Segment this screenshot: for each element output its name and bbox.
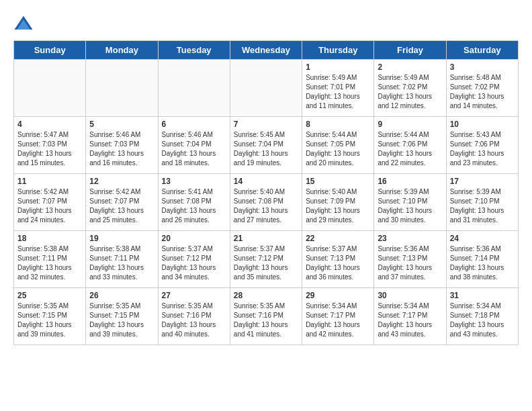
weekday-header-sunday: Sunday [14, 41, 86, 60]
calendar-cell: 14Sunrise: 5:40 AM Sunset: 7:08 PM Dayli… [230, 174, 302, 231]
calendar-cell: 30Sunrise: 5:34 AM Sunset: 7:17 PM Dayli… [374, 288, 446, 345]
calendar-cell: 25Sunrise: 5:35 AM Sunset: 7:15 PM Dayli… [14, 288, 86, 345]
day-number: 10 [450, 120, 515, 129]
day-info: Sunrise: 5:37 AM Sunset: 7:12 PM Dayligh… [162, 244, 226, 282]
calendar-cell: 3Sunrise: 5:48 AM Sunset: 7:02 PM Daylig… [446, 60, 518, 117]
day-number: 6 [162, 120, 226, 129]
weekday-header-tuesday: Tuesday [158, 41, 230, 60]
day-info: Sunrise: 5:40 AM Sunset: 7:09 PM Dayligh… [306, 187, 370, 225]
day-info: Sunrise: 5:38 AM Sunset: 7:11 PM Dayligh… [89, 244, 154, 282]
day-info: Sunrise: 5:42 AM Sunset: 7:07 PM Dayligh… [17, 187, 82, 225]
day-number: 27 [162, 291, 226, 300]
day-number: 19 [89, 234, 154, 243]
calendar-cell: 8Sunrise: 5:44 AM Sunset: 7:05 PM Daylig… [302, 117, 374, 174]
week-row-4: 18Sunrise: 5:38 AM Sunset: 7:11 PM Dayli… [14, 231, 519, 288]
weekday-header-thursday: Thursday [302, 41, 374, 60]
calendar-cell [230, 60, 302, 117]
day-number: 22 [306, 234, 370, 243]
day-number: 8 [306, 120, 370, 129]
day-number: 7 [234, 120, 298, 129]
calendar-cell [158, 60, 230, 117]
day-number: 23 [378, 234, 442, 243]
day-number: 25 [17, 291, 82, 300]
day-info: Sunrise: 5:35 AM Sunset: 7:16 PM Dayligh… [162, 302, 226, 339]
day-number: 24 [450, 234, 515, 243]
day-number: 16 [378, 177, 442, 186]
day-info: Sunrise: 5:47 AM Sunset: 7:03 PM Dayligh… [17, 130, 82, 168]
day-info: Sunrise: 5:37 AM Sunset: 7:12 PM Dayligh… [234, 244, 298, 282]
calendar-cell [14, 60, 86, 117]
day-number: 18 [17, 234, 82, 243]
day-number: 20 [162, 234, 226, 243]
calendar-cell: 23Sunrise: 5:36 AM Sunset: 7:13 PM Dayli… [374, 231, 446, 288]
day-number: 9 [378, 120, 442, 129]
day-number: 29 [306, 291, 370, 300]
day-info: Sunrise: 5:44 AM Sunset: 7:06 PM Dayligh… [378, 130, 442, 168]
day-info: Sunrise: 5:36 AM Sunset: 7:14 PM Dayligh… [450, 244, 515, 282]
day-info: Sunrise: 5:40 AM Sunset: 7:08 PM Dayligh… [234, 187, 298, 225]
calendar-cell: 18Sunrise: 5:38 AM Sunset: 7:11 PM Dayli… [14, 231, 86, 288]
calendar-cell: 16Sunrise: 5:39 AM Sunset: 7:10 PM Dayli… [374, 174, 446, 231]
calendar-cell: 19Sunrise: 5:38 AM Sunset: 7:11 PM Dayli… [86, 231, 158, 288]
weekday-header-saturday: Saturday [446, 41, 518, 60]
day-info: Sunrise: 5:35 AM Sunset: 7:15 PM Dayligh… [17, 302, 82, 339]
calendar-cell: 21Sunrise: 5:37 AM Sunset: 7:12 PM Dayli… [230, 231, 302, 288]
calendar-cell: 31Sunrise: 5:34 AM Sunset: 7:18 PM Dayli… [446, 288, 518, 345]
day-number: 26 [89, 291, 154, 300]
weekday-header-row: SundayMondayTuesdayWednesdayThursdayFrid… [14, 41, 519, 60]
day-number: 21 [234, 234, 298, 243]
day-number: 4 [17, 120, 82, 129]
calendar-cell: 2Sunrise: 5:49 AM Sunset: 7:02 PM Daylig… [374, 60, 446, 117]
calendar-cell: 22Sunrise: 5:37 AM Sunset: 7:13 PM Dayli… [302, 231, 374, 288]
calendar-cell: 17Sunrise: 5:39 AM Sunset: 7:10 PM Dayli… [446, 174, 518, 231]
calendar-cell: 27Sunrise: 5:35 AM Sunset: 7:16 PM Dayli… [158, 288, 230, 345]
calendar-cell: 4Sunrise: 5:47 AM Sunset: 7:03 PM Daylig… [14, 117, 86, 174]
calendar-cell [86, 60, 158, 117]
calendar-cell: 28Sunrise: 5:35 AM Sunset: 7:16 PM Dayli… [230, 288, 302, 345]
day-info: Sunrise: 5:34 AM Sunset: 7:17 PM Dayligh… [306, 302, 370, 339]
calendar-cell: 7Sunrise: 5:45 AM Sunset: 7:04 PM Daylig… [230, 117, 302, 174]
day-number: 17 [450, 177, 515, 186]
day-info: Sunrise: 5:42 AM Sunset: 7:07 PM Dayligh… [89, 187, 154, 225]
calendar-cell: 1Sunrise: 5:49 AM Sunset: 7:01 PM Daylig… [302, 60, 374, 117]
day-info: Sunrise: 5:46 AM Sunset: 7:04 PM Dayligh… [162, 130, 226, 168]
day-info: Sunrise: 5:49 AM Sunset: 7:01 PM Dayligh… [306, 73, 370, 111]
day-number: 13 [162, 177, 226, 186]
page-header [13, 13, 519, 34]
calendar-table: SundayMondayTuesdayWednesdayThursdayFrid… [13, 40, 519, 345]
day-number: 2 [378, 62, 442, 72]
logo [13, 13, 36, 34]
day-info: Sunrise: 5:36 AM Sunset: 7:13 PM Dayligh… [378, 244, 442, 282]
week-row-1: 1Sunrise: 5:49 AM Sunset: 7:01 PM Daylig… [14, 60, 519, 117]
day-info: Sunrise: 5:39 AM Sunset: 7:10 PM Dayligh… [378, 187, 442, 225]
day-info: Sunrise: 5:44 AM Sunset: 7:05 PM Dayligh… [306, 130, 370, 168]
week-row-2: 4Sunrise: 5:47 AM Sunset: 7:03 PM Daylig… [14, 117, 519, 174]
day-info: Sunrise: 5:39 AM Sunset: 7:10 PM Dayligh… [450, 187, 515, 225]
calendar-cell: 11Sunrise: 5:42 AM Sunset: 7:07 PM Dayli… [14, 174, 86, 231]
calendar-header: SundayMondayTuesdayWednesdayThursdayFrid… [14, 41, 519, 60]
day-number: 1 [306, 62, 370, 72]
weekday-header-monday: Monday [86, 41, 158, 60]
day-info: Sunrise: 5:43 AM Sunset: 7:06 PM Dayligh… [450, 130, 515, 168]
day-info: Sunrise: 5:41 AM Sunset: 7:08 PM Dayligh… [162, 187, 226, 225]
week-row-5: 25Sunrise: 5:35 AM Sunset: 7:15 PM Dayli… [14, 288, 519, 345]
calendar-cell: 24Sunrise: 5:36 AM Sunset: 7:14 PM Dayli… [446, 231, 518, 288]
day-number: 3 [450, 62, 515, 72]
day-info: Sunrise: 5:46 AM Sunset: 7:03 PM Dayligh… [89, 130, 154, 168]
day-number: 5 [89, 120, 154, 129]
calendar-cell: 20Sunrise: 5:37 AM Sunset: 7:12 PM Dayli… [158, 231, 230, 288]
calendar-cell: 5Sunrise: 5:46 AM Sunset: 7:03 PM Daylig… [86, 117, 158, 174]
day-info: Sunrise: 5:35 AM Sunset: 7:15 PM Dayligh… [89, 302, 154, 339]
day-info: Sunrise: 5:35 AM Sunset: 7:16 PM Dayligh… [234, 302, 298, 339]
day-number: 15 [306, 177, 370, 186]
day-info: Sunrise: 5:38 AM Sunset: 7:11 PM Dayligh… [17, 244, 82, 282]
day-number: 31 [450, 291, 515, 300]
day-info: Sunrise: 5:37 AM Sunset: 7:13 PM Dayligh… [306, 244, 370, 282]
calendar-cell: 26Sunrise: 5:35 AM Sunset: 7:15 PM Dayli… [86, 288, 158, 345]
day-info: Sunrise: 5:48 AM Sunset: 7:02 PM Dayligh… [450, 73, 515, 111]
day-info: Sunrise: 5:49 AM Sunset: 7:02 PM Dayligh… [378, 73, 442, 111]
calendar-cell: 29Sunrise: 5:34 AM Sunset: 7:17 PM Dayli… [302, 288, 374, 345]
weekday-header-wednesday: Wednesday [230, 41, 302, 60]
day-info: Sunrise: 5:45 AM Sunset: 7:04 PM Dayligh… [234, 130, 298, 168]
day-info: Sunrise: 5:34 AM Sunset: 7:18 PM Dayligh… [450, 302, 515, 339]
